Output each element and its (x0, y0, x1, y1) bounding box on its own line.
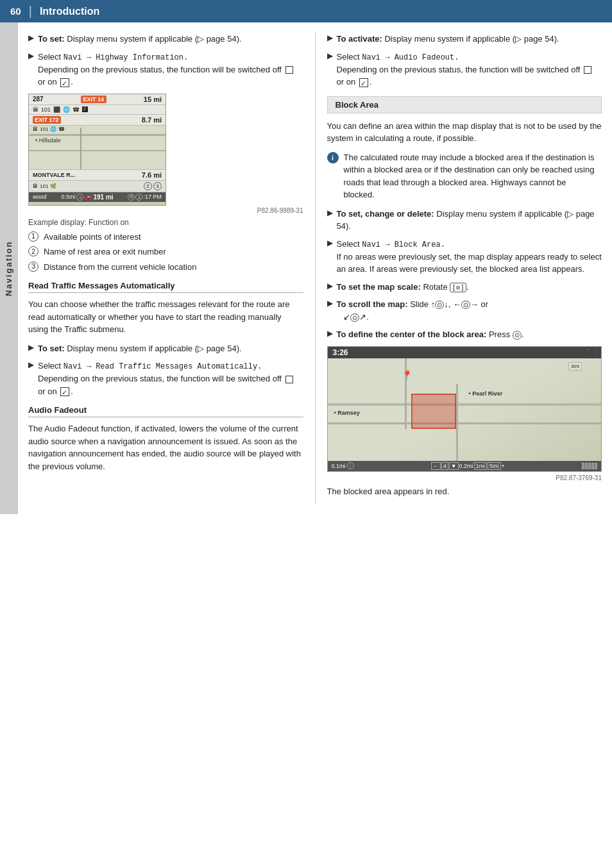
checkbox-empty-r1 (584, 66, 591, 74)
arrow-icon-r5: ▶ (327, 281, 333, 290)
bold-label-r7: To define the center of the block area: (337, 330, 487, 339)
num-circle-2: 2 (28, 246, 38, 256)
page-title: Introduction (40, 6, 99, 17)
bullet-text-r5: To set the map scale: Rotate [⊙]. (337, 281, 469, 294)
para-block-area: You can define an area within the map di… (327, 120, 602, 145)
arrow-icon-r3: ▶ (327, 208, 333, 217)
bullet-body-r5: Rotate [⊙]. (423, 282, 468, 292)
r-bullet4-post: If no areas were previously set, the map… (337, 252, 602, 274)
num-circle-1: 1 (28, 231, 38, 242)
section-header-block: Block Area (327, 96, 602, 113)
arrow-icon-r4: ▶ (327, 238, 333, 247)
left-column: ▶ To set: Display menu system if applica… (18, 33, 316, 504)
bullet4-mono: Navi → Read Traffic Messages Automatical… (64, 362, 262, 371)
page-number: 60 (10, 6, 21, 17)
bullet2-post: Depending on the previous status, the fu… (38, 65, 282, 74)
caption-example: Example display: Function on (28, 218, 303, 227)
bullet-map-scale: ▶ To set the map scale: Rotate [⊙]. (327, 281, 602, 294)
arrow-icon-4: ▶ (28, 360, 34, 369)
arrow-icon-r1: ▶ (327, 33, 333, 42)
bullet-text-4: Select Navi → Read Traffic Messages Auto… (38, 360, 303, 397)
arrow-icon-1: ▶ (28, 33, 34, 42)
bullet-text-3: To set: Display menu system if applicabl… (38, 342, 242, 355)
bold-label-r6: To scroll the map: (337, 299, 408, 309)
fig-ref-2: P82.87-3769-31 (327, 474, 602, 481)
select-mono: Navi → Highway Information. (64, 53, 188, 62)
select-pre: Select (38, 52, 64, 62)
info-icon: i (327, 152, 339, 163)
bullet-to-set-1: ▶ To set: Display menu system if applica… (28, 33, 303, 46)
bullet4-post: Depending on the previous status, the fu… (38, 374, 282, 383)
num-text-1: Available points of interest (44, 231, 141, 244)
bullet-body-1: Display menu system if applicable (▷ pag… (67, 34, 241, 44)
r-bullet2-suffix: or on (337, 77, 356, 87)
checkbox-checked-r1 (359, 78, 368, 87)
numbered-item-1: 1 Available points of interest (28, 231, 303, 244)
para-audio: The Audio Fadeout function, if activated… (28, 422, 303, 472)
bullet-select-traffic: ▶ Select Navi → Read Traffic Messages Au… (28, 360, 303, 397)
map2-icon: ⬛ (586, 348, 596, 357)
r-bullet2-pre: Select (337, 52, 362, 62)
num-text-2: Name of rest area or exit number (44, 246, 166, 258)
checkbox-checked-2 (60, 387, 69, 396)
arrow-icon-r7: ▶ (327, 329, 333, 338)
bullet-select-audio: ▶ Select Navi → Audio Fadeout. Depending… (327, 51, 602, 88)
bullet-define-center: ▶ To define the center of the block area… (327, 328, 602, 341)
bold-label-r1: To activate: (337, 34, 382, 44)
arrow-icon-3: ▶ (28, 343, 34, 352)
bold-label-r3: To set, change or delete: (337, 209, 434, 219)
bullet-text-r7: To define the center of the block area: … (337, 328, 524, 341)
bullet-text-r4: Select Navi → Block Area. If no areas we… (337, 238, 602, 276)
map-image-2: 3:26 ⬛ • Ramsey • Pearl River 309 (327, 346, 602, 472)
bullet-body-r7: Press ⊙. (489, 330, 523, 339)
para-traffic: You can choose whether the traffic messa… (28, 298, 303, 336)
fig-ref-1: P82.86-9989-31 (28, 207, 303, 214)
section-title-audio: Audio Fadeout (28, 405, 303, 417)
r-bullet2-post: Depending on the previous status, the fu… (337, 65, 581, 74)
numbered-item-3: 3 Distance from the current vehicle loca… (28, 261, 303, 274)
bullet2-suffix: or on (38, 77, 57, 87)
bullet4-pre: Select (38, 361, 64, 371)
bullet-text-2: Select Navi → Highway Information. Depen… (38, 51, 303, 88)
r-bullet2-mono: Navi → Audio Fadeout. (362, 53, 459, 62)
arrow-icon-r6: ▶ (327, 299, 333, 308)
r-bullet4-pre: Select (337, 239, 362, 249)
bullet-select-highway: ▶ Select Navi → Highway Information. Dep… (28, 51, 303, 88)
bold-label-r5: To set the map scale: (337, 282, 421, 292)
main-content: ▶ To set: Display menu system if applica… (18, 22, 612, 514)
bullet-text-r3: To set, change or delete: Display menu s… (337, 208, 602, 233)
checkbox-empty-1 (285, 66, 293, 74)
checkbox-empty-2 (285, 376, 293, 383)
bullet-scroll-map: ▶ To scroll the map: Slide ↑⊙↓, ←⊙→ or ↙… (327, 298, 602, 323)
bullet-to-set-traffic: ▶ To set: Display menu system if applica… (28, 342, 303, 355)
bold-label-1: To set: (38, 34, 65, 44)
bullet-body-r1: Display menu system if applicable (▷ pag… (384, 34, 559, 44)
checkbox-checked-1 (60, 78, 69, 87)
bullet-select-block: ▶ Select Navi → Block Area. If no areas … (327, 238, 602, 276)
page-layout: Navigation ▶ To set: Display menu system… (0, 22, 612, 514)
bullet-text-1: To set: Display menu system if applicabl… (38, 33, 242, 46)
arrow-icon-r2: ▶ (327, 51, 333, 60)
numbered-item-2: 2 Name of rest area or exit number (28, 246, 303, 258)
num-circle-3: 3 (28, 262, 38, 272)
bullet-to-set-change-delete: ▶ To set, change or delete: Display menu… (327, 208, 602, 233)
section-title-traffic: Read Traffic Messages Automatically (28, 281, 303, 293)
bullet-text-r6: To scroll the map: Slide ↑⊙↓, ←⊙→ or ↙⊙↗… (337, 298, 489, 323)
caption-blocked: The blocked area appears in red. (327, 485, 602, 498)
bullet4-suffix: or on (38, 387, 57, 396)
map-image-1: 287 EXIT 14 15 mi 🏛 101 ⬛ 🌐 ☎ 🅿 (28, 94, 166, 206)
map2-time: 3:26 (333, 348, 348, 357)
bullet-text-r1: To activate: Display menu system if appl… (337, 33, 559, 46)
bullet-to-activate: ▶ To activate: Display menu system if ap… (327, 33, 602, 46)
r-bullet4-mono: Navi → Block Area. (362, 240, 445, 249)
right-column: ▶ To activate: Display menu system if ap… (316, 33, 613, 504)
side-label: Navigation (0, 22, 18, 514)
bullet-body-3: Display menu system if applicable (▷ pag… (67, 344, 241, 353)
info-block: i The calculated route may include a blo… (327, 151, 602, 201)
bold-label-3: To set: (38, 344, 65, 353)
num-text-3: Distance from the current vehicle locati… (44, 261, 196, 274)
arrow-icon-2: ▶ (28, 51, 34, 60)
info-text: The calculated route may include a block… (344, 151, 600, 201)
page-header: 60 | Introduction (0, 0, 612, 22)
bullet-text-r2: Select Navi → Audio Fadeout. Depending o… (337, 51, 602, 88)
